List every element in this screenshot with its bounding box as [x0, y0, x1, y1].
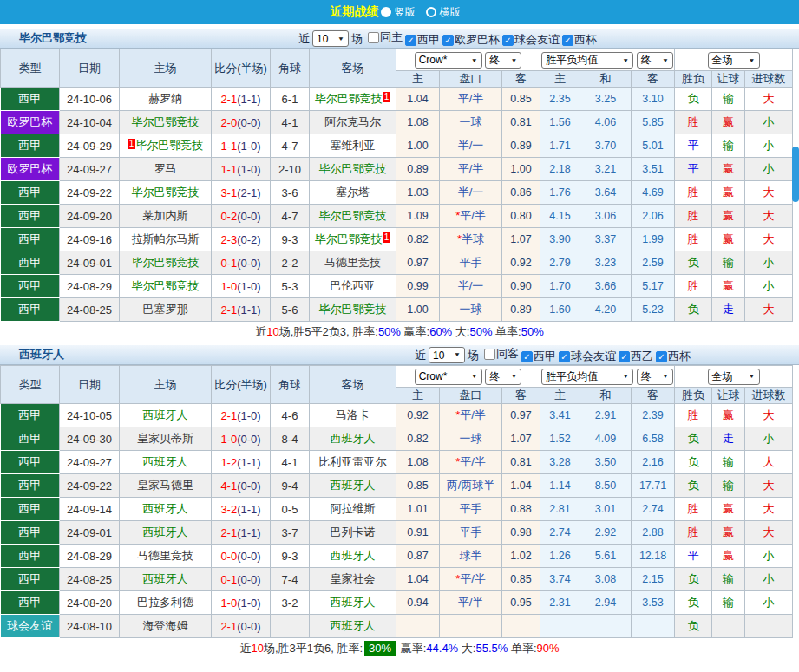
filter-checkbox-item[interactable]: ✓球会友谊: [502, 32, 560, 48]
filter-checkbox-item[interactable]: ✓西甲: [521, 349, 556, 364]
odds-home-cell: 1.04: [396, 88, 440, 111]
corner-cell: 3-6: [271, 181, 310, 205]
handicap-result-cell: 赢: [712, 158, 745, 181]
mean-away-cell: 5.23: [632, 298, 675, 322]
odds-away-cell: 1.07: [502, 427, 540, 451]
checkbox-checked[interactable]: ✓: [562, 35, 573, 46]
summary-segment: 50%: [521, 325, 544, 338]
home-team-cell: 毕尔巴鄂竞技: [120, 251, 212, 275]
filter-checkbox-item[interactable]: ✓欧罗巴杯: [442, 32, 500, 48]
layout-radio-vertical-label[interactable]: 竖版: [395, 5, 416, 20]
chevron-down-icon: ▼: [454, 352, 461, 358]
filter-checkbox-item[interactable]: ✓西乙: [619, 349, 653, 364]
mean-draw-cell: 8.50: [580, 474, 632, 498]
games-count-select[interactable]: 10▼: [429, 347, 465, 363]
checkbox-checked[interactable]: ✓: [442, 35, 454, 46]
red-card-badge: 1: [383, 232, 391, 243]
col-type: 类型: [1, 366, 60, 404]
home-team-cell: 巴拉多利德: [120, 591, 212, 615]
games-count-select[interactable]: 10▼: [312, 30, 349, 47]
team-name-text: 赫罗纳: [148, 92, 182, 105]
odds-away-cell: 0.85: [502, 88, 540, 111]
team-name-text: 比利亚雷亚尔: [319, 455, 387, 468]
col-corner: 角球: [271, 49, 310, 88]
mean-select[interactable]: 胜平负均值▼: [541, 52, 633, 69]
mean-home-cell: 1.52: [540, 427, 580, 451]
odds-away-cell: 0.81: [502, 451, 540, 474]
checkbox-label: 西杯: [668, 349, 691, 364]
match-date-cell: 24-09-30: [60, 427, 120, 451]
bookmaker-select[interactable]: Crow*▼: [415, 369, 482, 385]
goals-result-cell: 大: [745, 88, 793, 111]
col-goals: 进球数: [745, 71, 793, 88]
handicap-text: 半球: [462, 232, 484, 245]
filter-checkbox-item[interactable]: ✓西甲: [405, 32, 440, 48]
result-cell: 负: [675, 568, 712, 591]
odds-home-cell: 0.91: [396, 521, 440, 545]
chevron-down-icon: ▼: [749, 56, 756, 62]
checkbox-label: 西杯: [574, 32, 597, 48]
team-name-text: 西班牙人: [143, 572, 188, 585]
odds-away-cell: 0.89: [502, 134, 540, 158]
away-team-cell: 巴列卡诺: [310, 521, 396, 545]
checkbox-unchecked[interactable]: [368, 32, 379, 43]
filter-checkbox-item[interactable]: 同主: [368, 29, 403, 45]
mean-state-select[interactable]: 终▼: [637, 369, 673, 385]
scrollbar-thumb[interactable]: [792, 147, 799, 202]
mean-away-cell: 2.15: [632, 568, 675, 591]
scope-select[interactable]: 全场▼: [708, 369, 760, 385]
col-type: 类型: [1, 49, 60, 88]
layout-radio-vertical[interactable]: [381, 7, 391, 17]
near-label: 近: [298, 31, 310, 47]
halftime-score: (2-1): [237, 186, 260, 199]
mean-draw-cell: 3.23: [580, 251, 632, 275]
checkbox-checked[interactable]: ✓: [405, 35, 416, 46]
fulltime-score: 0-2: [220, 210, 237, 223]
corner-cell: 9-3: [271, 545, 310, 568]
score-cell: 1-1(1-0): [212, 134, 271, 158]
filter-checkbox-item[interactable]: 同客: [484, 346, 519, 362]
mean-state-select[interactable]: 终▼: [637, 52, 673, 69]
mean-home-cell: 3.28: [540, 451, 580, 474]
filter-checkbox-item[interactable]: ✓西杯: [562, 32, 597, 48]
score-cell: 3-2(1-1): [212, 498, 271, 521]
odds-state-select[interactable]: 终▼: [485, 52, 521, 69]
checkbox-checked[interactable]: ✓: [559, 351, 570, 362]
league-filter-checkboxes: 同主✓西甲✓欧罗巴杯✓球会友谊✓西杯: [365, 29, 597, 48]
halftime-score: (1-1): [237, 93, 260, 106]
checkbox-checked[interactable]: ✓: [656, 351, 667, 362]
checkbox-unchecked[interactable]: [484, 349, 495, 360]
corner-cell: 4-1: [271, 451, 310, 474]
score-cell: 2-1(1-1): [212, 521, 271, 545]
team-name-text: 阿拉维斯: [331, 502, 376, 515]
scope-select[interactable]: 全场▼: [708, 52, 760, 69]
layout-radio-horizontal-label[interactable]: 横版: [440, 5, 461, 20]
mean-draw-cell: 4.06: [580, 111, 632, 134]
odds-state-select[interactable]: 终▼: [485, 369, 521, 385]
section-header: 毕尔巴鄂竞技 近 10▼ 场 同主✓西甲✓欧罗巴杯✓球会友谊✓西杯: [0, 29, 799, 49]
mean-away-cell: 17.71: [632, 474, 675, 498]
checkbox-checked[interactable]: ✓: [521, 351, 533, 362]
filter-checkbox-item[interactable]: ✓球会友谊: [559, 349, 616, 364]
fulltime-score: 4-1: [220, 480, 237, 493]
mean-select[interactable]: 胜平负均值▼: [541, 369, 633, 385]
match-date-cell: 24-08-20: [60, 591, 120, 615]
checkbox-checked[interactable]: ✓: [619, 351, 630, 362]
filter-checkbox-item[interactable]: ✓西杯: [656, 349, 691, 364]
chevron-down-icon: ▼: [662, 373, 669, 379]
team-name-text: 巴拉多利德: [137, 596, 193, 609]
handicap-text: 一球: [460, 303, 482, 316]
score-cell: 0-0(0-0): [212, 545, 271, 568]
match-type-cell: 西甲: [1, 205, 60, 228]
odds-select-group: Crow*▼ 终▼: [396, 366, 540, 388]
goals-result-cell: 大: [745, 451, 793, 474]
bookmaker-select[interactable]: Crow*▼: [415, 52, 482, 69]
checkbox-checked[interactable]: ✓: [502, 35, 514, 46]
mean-select-value: 胜平负均值: [546, 53, 598, 68]
match-date-cell: 24-09-22: [60, 474, 120, 498]
mean-draw-cell: 3.25: [580, 88, 632, 111]
layout-radio-horizontal[interactable]: [426, 7, 436, 17]
col-odds-away: 客: [502, 388, 540, 404]
corner-cell: 9-3: [271, 228, 310, 251]
handicap-result-cell: 赢: [712, 181, 745, 205]
